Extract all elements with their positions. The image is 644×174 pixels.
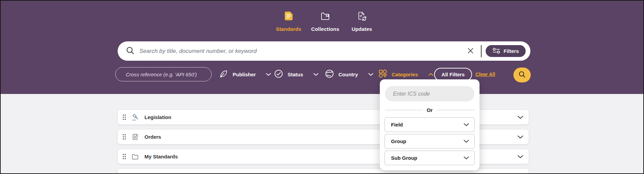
categories-panel: Or Field Group Sub Group <box>380 79 480 170</box>
categories-filter[interactable]: Categories <box>378 67 433 81</box>
chevron-down-icon[interactable] <box>518 155 523 158</box>
tab-collections-label: Collections <box>311 26 339 32</box>
search-divider <box>481 45 482 57</box>
categories-filter-label: Categories <box>392 72 418 77</box>
tune-icon <box>492 48 500 55</box>
search-bar: Filters <box>118 41 530 61</box>
folder-icon <box>131 153 139 160</box>
cross-reference-input[interactable] <box>115 67 212 81</box>
x-icon <box>467 47 474 55</box>
drag-handle-icon[interactable] <box>122 133 127 140</box>
standards-icon <box>283 10 294 22</box>
publisher-filter-label: Publisher <box>233 72 256 77</box>
status-filter-label: Status <box>288 72 303 77</box>
chevron-down-icon[interactable] <box>518 116 523 119</box>
group-select-label: Group <box>391 138 406 144</box>
field-select[interactable]: Field <box>385 117 475 132</box>
app-window: Standards Collections <box>0 0 644 174</box>
drag-handle-icon[interactable] <box>122 153 127 160</box>
search-submit-button[interactable] <box>513 67 531 82</box>
field-select-label: Field <box>391 122 403 128</box>
chevron-down-icon <box>464 140 469 143</box>
sub-group-select[interactable]: Sub Group <box>385 151 475 165</box>
country-filter[interactable]: Country <box>325 67 373 81</box>
chevron-up-icon <box>428 73 433 76</box>
chevron-down-icon <box>464 123 469 126</box>
tab-collections[interactable]: Collections <box>310 10 341 32</box>
publisher-filter[interactable]: Publisher <box>219 67 271 81</box>
tab-standards[interactable]: Standards <box>273 10 304 32</box>
filters-button[interactable]: Filters <box>486 45 526 57</box>
drag-handle-icon[interactable] <box>122 114 127 121</box>
chevron-down-icon <box>464 156 469 159</box>
chevron-down-icon <box>368 73 373 76</box>
filters-button-label: Filters <box>504 48 519 54</box>
chevron-down-icon[interactable] <box>518 135 523 139</box>
sub-group-select-label: Sub Group <box>391 155 417 161</box>
shapes-icon <box>378 69 387 79</box>
search-input[interactable] <box>139 48 465 55</box>
all-filters-button[interactable]: All Filters <box>434 68 472 81</box>
search-icon <box>518 71 526 79</box>
feather-icon <box>219 69 228 80</box>
or-label: Or <box>427 107 433 113</box>
list-item-label: Orders <box>144 134 161 140</box>
gavel-icon <box>131 113 139 121</box>
globe-icon <box>325 69 334 80</box>
clear-all-link[interactable]: Clear All <box>475 72 495 77</box>
chevron-down-icon <box>266 73 271 76</box>
updates-icon <box>357 10 367 22</box>
divider-line <box>437 110 474 110</box>
nav-tabs: Standards Collections <box>273 10 377 32</box>
collections-icon <box>320 10 330 22</box>
scroll-icon <box>131 133 139 141</box>
divider-line <box>385 110 423 110</box>
header: Standards Collections <box>1 1 643 94</box>
tab-updates[interactable]: Updates <box>346 10 377 32</box>
check-circle-icon <box>274 69 283 80</box>
search-icon <box>126 46 135 56</box>
group-select[interactable]: Group <box>385 134 475 149</box>
clear-search-button[interactable] <box>465 45 476 57</box>
list-item-label: Legislation <box>144 114 171 120</box>
country-filter-label: Country <box>338 72 358 77</box>
list-item-label: My Standards <box>144 154 178 159</box>
chevron-down-icon <box>313 73 318 76</box>
tab-updates-label: Updates <box>352 26 372 32</box>
or-divider: Or <box>385 107 474 113</box>
status-filter[interactable]: Status <box>274 67 318 81</box>
tab-standards-label: Standards <box>276 26 301 32</box>
ics-code-input[interactable] <box>385 86 474 101</box>
